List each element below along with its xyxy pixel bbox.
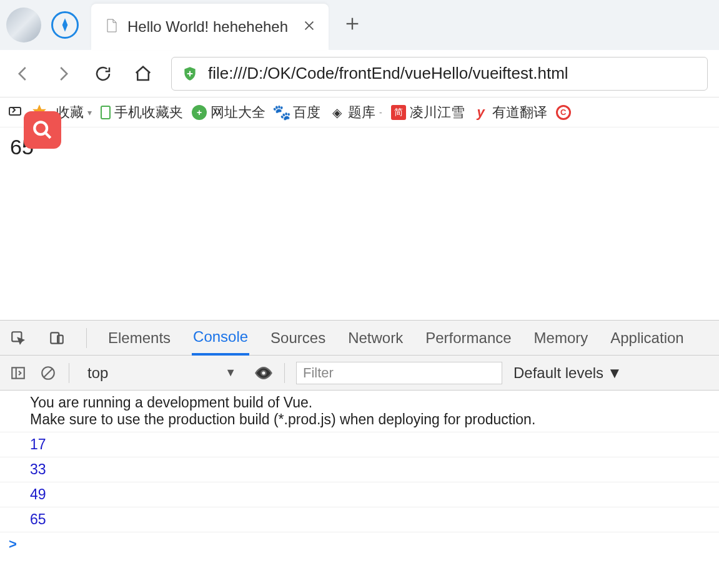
bookmark-lingchuan[interactable]: 简 凌川江雪 xyxy=(391,103,465,122)
filter-input[interactable]: Filter xyxy=(296,362,502,384)
tab-elements[interactable]: Elements xyxy=(107,322,172,354)
bookmark-label: 百度 xyxy=(293,103,320,122)
device-icon[interactable] xyxy=(47,329,66,347)
jian-icon: 简 xyxy=(391,105,406,120)
divider xyxy=(284,363,285,383)
url-text: file:///D:/OK/Code/frontEnd/vueHello/vue… xyxy=(208,64,568,83)
dash-icon: - xyxy=(379,107,382,117)
tab-memory[interactable]: Memory xyxy=(533,322,590,354)
devtools-tab-bar: Elements Console Sources Network Perform… xyxy=(0,321,719,356)
page-content: 65 xyxy=(0,127,719,167)
filter-placeholder: Filter xyxy=(303,365,334,381)
close-icon[interactable] xyxy=(302,19,316,35)
inspect-icon[interactable] xyxy=(9,329,27,347)
bookmark-label: 手机收藏夹 xyxy=(114,103,183,122)
bookmark-favorites[interactable]: 收藏 ▾ xyxy=(56,103,92,122)
phone-icon xyxy=(101,106,111,119)
extension-icon[interactable] xyxy=(7,104,22,121)
document-icon xyxy=(104,18,119,36)
browser-title-bar: Hello World! heheheheh xyxy=(0,0,719,50)
navigation-bar: file:///D:/OK/Code/frontEnd/vueHello/vue… xyxy=(0,50,719,97)
reload-button[interactable] xyxy=(91,62,115,86)
tab-network[interactable]: Network xyxy=(347,322,404,354)
active-tab[interactable]: Hello World! heheheheh xyxy=(91,4,329,50)
tab-title: Hello World! heheheheh xyxy=(127,18,302,36)
bookmark-tiku[interactable]: ◈ 题库 - xyxy=(329,103,382,122)
circle-c-icon: C xyxy=(556,105,571,120)
levels-label: Default levels xyxy=(513,364,603,382)
compass-icon[interactable] xyxy=(51,11,79,39)
svg-point-6 xyxy=(34,122,47,134)
devtools-panel: Elements Console Sources Network Perform… xyxy=(0,320,719,588)
bookmark-youdao[interactable]: y 有道翻译 xyxy=(474,103,547,122)
console-toolbar: top ▼ Filter Default levels ▼ xyxy=(0,356,719,391)
svg-rect-4 xyxy=(9,107,21,115)
context-selector[interactable]: top ▼ xyxy=(81,361,243,385)
diamond-icon: ◈ xyxy=(329,105,344,120)
context-value: top xyxy=(87,364,108,382)
sidebar-toggle-icon[interactable] xyxy=(9,364,27,382)
bookmark-mobile[interactable]: 手机收藏夹 xyxy=(101,103,183,122)
search-overlay-button[interactable] xyxy=(24,111,61,149)
chevron-down-icon: ▼ xyxy=(225,366,236,379)
divider xyxy=(69,363,69,383)
clear-console-icon[interactable] xyxy=(39,364,57,382)
console-log-number: 65 xyxy=(0,507,719,532)
tab-sources[interactable]: Sources xyxy=(269,322,327,354)
address-bar[interactable]: file:///D:/OK/Code/frontEnd/vueHello/vue… xyxy=(171,57,708,91)
bookmark-label: 题库 xyxy=(348,103,375,122)
home-button[interactable] xyxy=(131,62,155,86)
chevron-down-icon: ▾ xyxy=(87,107,92,117)
console-log-number: 17 xyxy=(0,432,719,457)
shield-icon xyxy=(181,64,199,83)
bookmark-more[interactable]: C xyxy=(556,105,571,120)
bookmarks-bar: 收藏 ▾ 手机收藏夹 + 网址大全 🐾 百度 ◈ 题库 - 简 凌川江雪 y 有… xyxy=(0,97,719,127)
site-icon: + xyxy=(192,105,207,120)
bookmark-label: 网址大全 xyxy=(211,103,265,122)
eye-icon[interactable] xyxy=(254,364,273,382)
console-log-number: 49 xyxy=(0,482,719,507)
svg-rect-11 xyxy=(12,367,24,378)
bookmark-baidu[interactable]: 🐾 百度 xyxy=(274,103,320,122)
youdao-icon: y xyxy=(474,105,488,120)
console-log-message: You are running a development build of V… xyxy=(0,391,719,432)
divider xyxy=(86,328,87,348)
paw-icon: 🐾 xyxy=(274,105,289,120)
console-output: You are running a development build of V… xyxy=(0,391,719,588)
bookmark-wangzhi[interactable]: + 网址大全 xyxy=(192,103,265,122)
profile-avatar[interactable] xyxy=(6,7,41,42)
forward-button[interactable] xyxy=(51,62,75,86)
chevron-down-icon: ▼ xyxy=(607,364,622,382)
bookmark-label: 凌川江雪 xyxy=(410,103,465,122)
console-prompt[interactable]: > xyxy=(0,532,719,556)
tab-console[interactable]: Console xyxy=(192,321,249,356)
avatar-image xyxy=(6,7,41,42)
bookmark-label: 有道翻译 xyxy=(492,103,547,122)
new-tab-button[interactable] xyxy=(344,15,361,35)
svg-line-7 xyxy=(45,132,51,138)
svg-line-14 xyxy=(44,369,52,377)
log-levels-selector[interactable]: Default levels ▼ xyxy=(513,364,622,382)
tab-performance[interactable]: Performance xyxy=(424,322,512,354)
svg-point-15 xyxy=(261,371,266,376)
back-button[interactable] xyxy=(11,62,35,86)
console-log-number: 33 xyxy=(0,457,719,482)
tab-application[interactable]: Application xyxy=(609,322,685,354)
